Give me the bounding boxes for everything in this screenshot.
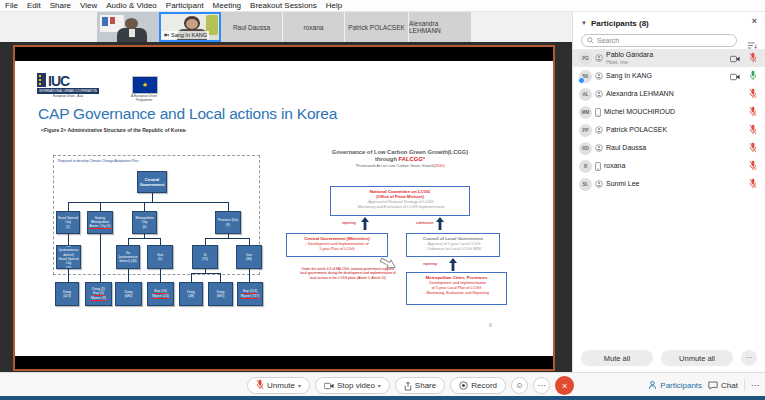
presence-icon (595, 126, 603, 134)
reactions-button[interactable]: ☺ (511, 377, 528, 394)
participant-row[interactable]: PGPablo GándaraHost, me (573, 49, 765, 67)
chevron-down-icon[interactable]: ▾ (378, 382, 381, 389)
connector-line (249, 269, 250, 282)
participant-row[interactable]: SKSang In KANG (573, 67, 765, 85)
smiley-icon: ☺ (515, 381, 523, 390)
connector-line (144, 202, 145, 211)
presence-icon (595, 72, 603, 80)
webex-meeting-window: FileEditShareViewAudio & VideoParticipan… (0, 0, 765, 400)
connector-line (152, 193, 153, 202)
presence-icon (595, 180, 603, 188)
connector-line (100, 202, 101, 211)
up-arrow-icon (361, 217, 369, 230)
mic-muted-icon[interactable] (749, 139, 757, 157)
mic-muted-icon[interactable] (749, 103, 757, 121)
org-box-seoul: Seoul Special City(1) (56, 211, 80, 234)
record-icon (459, 381, 468, 390)
slide-title: CAP Governance and Local actions in Kore… (38, 105, 337, 123)
org-box-province: Province (Do)(9) (215, 211, 241, 234)
mute-all-button[interactable]: Mute all (581, 350, 653, 366)
video-tile-name: roxana (304, 24, 324, 31)
avatar: SK (579, 70, 592, 83)
menu-edit[interactable]: Edit (27, 1, 41, 10)
video-tile-sang-in-kang[interactable]: Sang In KANG (159, 12, 221, 42)
unmute-button[interactable]: Unmute▾ (247, 377, 310, 394)
mic-muted-icon[interactable] (749, 175, 757, 193)
chat-toggle[interactable]: Chat (708, 381, 738, 390)
footer-more-icon[interactable]: ⋯ (751, 381, 759, 390)
lcgg-diagram-title: Governance of Low Carbon Green Growth(LC… (300, 149, 500, 168)
video-tile-patrick-polacsek[interactable]: Patrick POLACSEK (345, 12, 408, 42)
participant-name: Patrick POLACSEK (606, 126, 667, 134)
avatar: PG (579, 52, 592, 65)
org-box-d3: Dong(680) (115, 282, 142, 306)
menu-audio-video[interactable]: Audio & Video (106, 1, 157, 10)
participant-row[interactable]: Rroxana (573, 157, 765, 175)
leave-meeting-button[interactable]: × (555, 376, 574, 395)
connector-line (128, 238, 129, 245)
participant-row[interactable]: RDRaul Daussa (573, 139, 765, 157)
mic-muted-icon[interactable] (749, 121, 757, 139)
mic-muted-icon[interactable] (749, 85, 757, 103)
video-strip: Sang In KANGRaul DaussaroxanaPatrick POL… (0, 12, 572, 42)
participant-row[interactable]: MMMichel MOUCHIROUD (573, 103, 765, 121)
avatar: R (579, 160, 592, 173)
chevron-down-icon[interactable]: ▾ (298, 382, 301, 389)
participant-search-input[interactable]: Search (581, 34, 737, 47)
camera-icon[interactable] (730, 49, 740, 67)
connector-line (205, 238, 206, 245)
connector-line (68, 269, 69, 282)
reporting-label-1: reporting (342, 221, 356, 225)
participant-row[interactable]: ALAlexandra LEHMANN (573, 85, 765, 103)
sort-participants-icon[interactable] (747, 36, 757, 54)
connector-line (128, 269, 129, 282)
avatar: SL (579, 178, 592, 191)
video-tile-name: Raul Daussa (233, 24, 270, 31)
connector-line (68, 202, 229, 203)
up-arrow-icon (449, 258, 457, 271)
menu-meeting[interactable]: Meeting (213, 1, 241, 10)
metropolitan-cities-box: Metropolitan Cities, Provinces - Develop… (406, 272, 507, 305)
connector-line (205, 238, 250, 239)
unmute-all-button[interactable]: Unmute all (661, 350, 733, 366)
org-box-si: Si(75) (192, 245, 218, 269)
reporting-label-2: reporting (423, 262, 437, 266)
council-box: Council of Local Government - Approval o… (406, 233, 500, 257)
menu-participant[interactable]: Participant (166, 1, 204, 10)
video-tile-alexandra-lehmann[interactable]: Alexandra LEHMANN (409, 12, 471, 42)
participant-name: Pablo GándaraHost, me (606, 51, 653, 65)
mic-muted-icon[interactable] (749, 157, 757, 175)
up-arrow-icon (436, 217, 444, 230)
share-icon (404, 381, 412, 391)
participants-toggle[interactable]: Participants (648, 380, 702, 390)
camera-icon[interactable] (730, 67, 740, 85)
video-tile-roxana[interactable]: roxana (283, 12, 344, 42)
stop-video-button[interactable]: Stop video▾ (315, 377, 390, 394)
participant-name: Sang In KANG (606, 72, 652, 80)
close-panel-icon[interactable]: × (752, 16, 757, 26)
participants-header[interactable]: ▼ Participants (8) × (573, 12, 765, 31)
participant-row[interactable]: SLSunmi Lee (573, 175, 765, 193)
mic-on-icon[interactable] (749, 67, 757, 85)
more-options-button[interactable]: ⋯ (533, 377, 550, 394)
phone-icon (595, 162, 601, 171)
participants-more-icon[interactable]: ⋯ (741, 350, 757, 366)
video-name-label: Sang In KANG (162, 31, 209, 39)
menu-view[interactable]: View (80, 1, 97, 10)
collapse-chevron-icon[interactable]: ▼ (581, 20, 587, 26)
menu-breakout-sessions[interactable]: Breakout Sessions (250, 1, 317, 10)
participant-row[interactable]: PPPatrick POLACSEK (573, 121, 765, 139)
iuc-building-icon (37, 73, 46, 87)
menu-file[interactable]: File (5, 1, 18, 10)
participant-name: Michel MOUCHIROUD (604, 108, 675, 116)
record-button[interactable]: Record (450, 377, 506, 394)
video-tile[interactable] (97, 12, 159, 42)
participant-subtitle: Host, me (606, 59, 653, 65)
org-box-gun: Gun(84) (236, 245, 262, 269)
share-button[interactable]: Share (395, 377, 445, 394)
eu-flag-icon: ★ (132, 76, 158, 94)
menu-help[interactable]: Help (326, 1, 342, 10)
participant-name: Sunmi Lee (606, 180, 639, 188)
video-tile-raul-daussa[interactable]: Raul Daussa (221, 12, 282, 42)
menu-share[interactable]: Share (50, 1, 71, 10)
